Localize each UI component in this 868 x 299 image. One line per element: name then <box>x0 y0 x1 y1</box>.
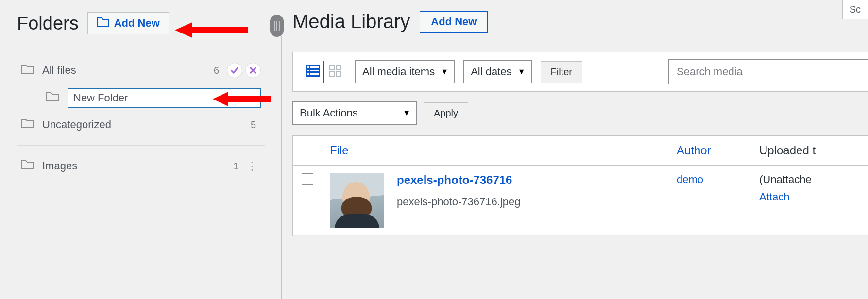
svg-rect-8 <box>310 73 319 75</box>
svg-rect-3 <box>307 66 309 68</box>
folder-count: 1 <box>233 161 238 172</box>
folder-label: Uncategorized <box>42 118 251 131</box>
folder-icon <box>21 159 34 173</box>
svg-rect-9 <box>329 65 334 70</box>
column-file[interactable]: File <box>330 144 349 157</box>
dates-select[interactable]: All dates ▼ <box>463 60 531 83</box>
svg-rect-7 <box>307 73 309 75</box>
folders-title: Folders <box>17 13 79 34</box>
annotation-arrow-icon <box>175 20 253 40</box>
column-author[interactable]: Author <box>677 144 711 157</box>
grid-view-icon <box>329 65 341 79</box>
confirm-folder-button[interactable] <box>227 63 242 78</box>
folder-row-images[interactable]: Images 1 ⋮ <box>17 154 265 178</box>
apply-button[interactable]: Apply <box>424 102 468 124</box>
svg-rect-12 <box>336 72 341 77</box>
chevron-down-icon: ▼ <box>518 67 526 76</box>
media-filename: pexels-photo-736716.jpeg <box>397 196 520 208</box>
svg-rect-11 <box>329 72 334 77</box>
view-list-button[interactable] <box>302 61 324 83</box>
svg-rect-6 <box>310 70 319 71</box>
select-label: Bulk Actions <box>300 107 358 119</box>
folders-sidebar: Folders Add New All files 6 <box>0 0 282 299</box>
page-title: Media Library <box>292 11 410 33</box>
folder-plus-icon <box>97 17 109 30</box>
chevron-down-icon: ▼ <box>441 67 448 76</box>
folder-label: Images <box>42 160 233 172</box>
folder-row-all-files[interactable]: All files 6 <box>17 58 265 83</box>
folder-list: All files 6 <box>17 58 265 178</box>
folder-icon <box>46 91 59 105</box>
filter-button[interactable]: Filter <box>541 61 582 83</box>
add-folder-button[interactable]: Add New <box>87 12 169 34</box>
select-label: All media items <box>362 66 435 78</box>
media-type-select[interactable]: All media items ▼ <box>355 60 455 83</box>
add-media-button[interactable]: Add New <box>420 11 488 33</box>
folder-icon <box>21 118 34 132</box>
screen-options-tab[interactable]: Sc <box>842 0 868 19</box>
add-folder-label: Add New <box>114 17 160 30</box>
folder-row-uncategorized[interactable]: Uncategorized 5 <box>17 113 265 136</box>
view-grid-button[interactable] <box>324 61 346 83</box>
folder-icon <box>21 64 34 77</box>
select-label: All dates <box>471 66 511 78</box>
media-title-link[interactable]: pexels-photo-736716 <box>397 173 520 187</box>
search-media-input[interactable]: Search media <box>668 59 868 84</box>
svg-marker-1 <box>213 92 271 106</box>
search-placeholder: Search media <box>677 66 743 78</box>
media-table: File Author Uploaded t pexels-photo-7367… <box>292 135 868 236</box>
bulk-actions-select[interactable]: Bulk Actions ▼ <box>292 101 417 125</box>
list-view-icon <box>306 65 320 79</box>
row-checkbox[interactable] <box>302 173 313 185</box>
svg-rect-5 <box>307 70 309 71</box>
uploaded-status: (Unattache <box>759 173 859 186</box>
chevron-down-icon: ▼ <box>403 109 410 117</box>
svg-marker-0 <box>175 22 248 38</box>
svg-rect-4 <box>310 66 319 68</box>
select-all-checkbox[interactable] <box>302 145 313 156</box>
annotation-arrow-icon <box>213 90 276 108</box>
cancel-folder-button[interactable] <box>245 63 261 78</box>
svg-rect-10 <box>336 65 341 70</box>
folder-more-button[interactable]: ⋮ <box>243 159 261 173</box>
author-link[interactable]: demo <box>677 173 703 185</box>
table-row: pexels-photo-736716 pexels-photo-736716.… <box>293 166 868 236</box>
media-library-main: Sc Media Library Add New All media i <box>282 0 868 299</box>
media-thumbnail[interactable] <box>330 173 384 228</box>
folder-count: 5 <box>251 119 256 131</box>
folder-label: All files <box>42 64 214 77</box>
media-toolbar: All media items ▼ All dates ▼ Filter Sea… <box>292 52 868 92</box>
table-header: File Author Uploaded t <box>293 136 868 166</box>
divider <box>17 145 265 146</box>
column-uploaded: Uploaded t <box>759 144 816 157</box>
folder-count: 6 <box>214 65 219 76</box>
attach-link[interactable]: Attach <box>759 191 859 203</box>
